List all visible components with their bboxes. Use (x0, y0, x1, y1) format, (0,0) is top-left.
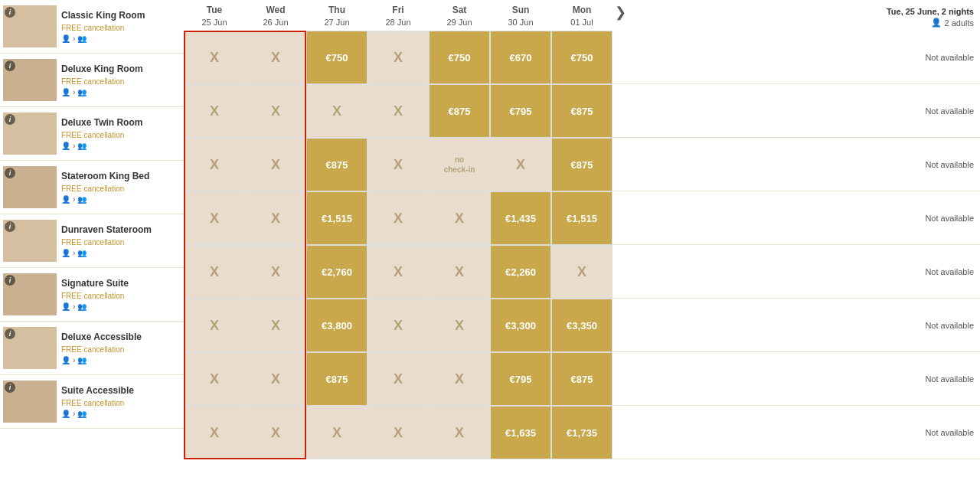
cell-dunraven-tue25[interactable]: X (184, 245, 245, 299)
person-icon: 👤 (61, 249, 70, 257)
cell-signature-suite-sat29[interactable]: X (429, 299, 490, 352)
cell-value: X (394, 50, 403, 66)
cell-classic-king-sat29[interactable]: €750 (429, 31, 490, 84)
room-info-icon-classic-king[interactable]: i (5, 7, 15, 18)
cell-classic-king-tue25[interactable]: X (184, 31, 245, 84)
cell-deluxe-accessible-wed26[interactable]: X (245, 352, 306, 406)
cell-suite-accessible-mon01[interactable]: €1,735 (551, 406, 612, 459)
room-row-deluxe-twin[interactable]: iDeluxe Twin RoomFREE cancellation👤›👥 (0, 107, 184, 161)
cell-deluxe-twin-wed26[interactable]: X (245, 138, 306, 191)
cell-value: X (210, 157, 219, 173)
cell-value: X (394, 264, 403, 280)
cell-stateroom-king-sat29[interactable]: X (429, 191, 490, 245)
cell-stateroom-king-sun30[interactable]: €1,435 (490, 191, 551, 245)
room-row-dunraven[interactable]: iDunraven StateroomFREE cancellation👤›👥 (0, 214, 184, 268)
cell-value: X (516, 157, 525, 173)
room-thumb-suite-accessible: i (3, 381, 57, 423)
cell-suite-accessible-tue25[interactable]: X (184, 406, 245, 459)
cell-value: €670 (510, 52, 532, 64)
cell-value: X (271, 318, 280, 334)
cell-classic-king-sun30[interactable]: €670 (490, 31, 551, 84)
cell-deluxe-accessible-sat29[interactable]: X (429, 352, 490, 406)
cell-value: X (455, 264, 464, 280)
cell-dunraven-fri28[interactable]: X (368, 245, 429, 299)
room-details-stateroom-king: Stateroom King BedFREE cancellation👤›👥 (61, 171, 181, 204)
cell-deluxe-twin-mon01[interactable]: €875 (551, 138, 612, 191)
cell-value: X (455, 425, 464, 441)
room-info-icon-stateroom-king[interactable]: i (5, 168, 15, 178)
cell-dunraven-mon01[interactable]: X (551, 245, 612, 299)
cell-value: €750 (326, 52, 348, 64)
arrow-icon: › (73, 410, 75, 418)
cell-signature-suite-thu27[interactable]: €3,800 (306, 299, 368, 352)
not-available-dunraven: Not available (925, 267, 974, 276)
cell-deluxe-king-sat29[interactable]: €875 (429, 84, 490, 138)
room-info-icon-deluxe-accessible[interactable]: i (5, 328, 15, 339)
room-row-deluxe-accessible[interactable]: iDeluxe AccessibleFREE cancellation👤›👥 (0, 322, 184, 375)
cell-deluxe-king-mon01[interactable]: €875 (551, 84, 612, 138)
room-row-stateroom-king[interactable]: iStateroom King BedFREE cancellation👤›👥 (0, 161, 184, 214)
cell-classic-king-wed26[interactable]: X (245, 31, 306, 84)
cell-dunraven-sat29[interactable]: X (429, 245, 490, 299)
not-available-signature-suite: Not available (925, 321, 974, 330)
room-info-icon-deluxe-king[interactable]: i (5, 60, 15, 71)
group-icon: 👥 (77, 302, 87, 311)
cell-deluxe-accessible-mon01[interactable]: €875 (551, 352, 612, 406)
person-icon: 👤 (61, 142, 70, 150)
room-info-icon-deluxe-twin[interactable]: i (5, 114, 15, 125)
room-info-icon-signature-suite[interactable]: i (5, 275, 15, 286)
cell-dunraven-thu27[interactable]: €2,760 (306, 245, 368, 299)
room-row-classic-king[interactable]: iClassic King RoomFREE cancellation👤›👥 (0, 0, 184, 54)
cell-deluxe-king-wed26[interactable]: X (245, 84, 306, 138)
cell-deluxe-twin-tue25[interactable]: X (184, 138, 245, 191)
cell-signature-suite-tue25[interactable]: X (184, 299, 245, 352)
room-info-icon-suite-accessible[interactable]: i (5, 382, 15, 393)
room-details-deluxe-twin: Deluxe Twin RoomFREE cancellation👤›👥 (61, 117, 181, 150)
cell-classic-king-mon01[interactable]: €750 (551, 31, 612, 84)
cell-deluxe-twin-sun30[interactable]: X (490, 138, 551, 191)
cell-deluxe-accessible-sun30[interactable]: €795 (490, 352, 551, 406)
cell-suite-accessible-sun30[interactable]: €1,635 (490, 406, 551, 459)
cell-signature-suite-wed26[interactable]: X (245, 299, 306, 352)
room-row-signature-suite[interactable]: iSignature SuiteFREE cancellation👤›👥 (0, 268, 184, 322)
room-row-suite-accessible[interactable]: iSuite AccessibleFREE cancellation👤›👥 (0, 375, 184, 429)
cell-deluxe-twin-sat29[interactable]: nocheck-in (429, 138, 490, 191)
cell-value: X (210, 371, 219, 387)
cell-stateroom-king-mon01[interactable]: €1,515 (551, 191, 612, 245)
cell-dunraven-sun30[interactable]: €2,260 (490, 245, 551, 299)
cell-deluxe-twin-thu27[interactable]: €875 (306, 138, 368, 191)
cell-value: €3,300 (505, 320, 536, 332)
cell-stateroom-king-fri28[interactable]: X (368, 191, 429, 245)
cell-signature-suite-mon01[interactable]: €3,350 (551, 299, 612, 352)
cell-suite-accessible-fri28[interactable]: X (368, 406, 429, 459)
room-row-deluxe-king[interactable]: iDeluxe King RoomFREE cancellation👤›👥 (0, 54, 184, 107)
cell-dunraven-wed26[interactable]: X (245, 245, 306, 299)
cell-classic-king-fri28[interactable]: X (368, 31, 429, 84)
cell-deluxe-king-thu27[interactable]: X (306, 84, 368, 138)
day-name-fri28: Fri (392, 5, 403, 15)
next-week-arrow[interactable]: ❯ (612, 0, 628, 28)
group-icon: 👥 (77, 88, 87, 96)
cell-deluxe-accessible-fri28[interactable]: X (368, 352, 429, 406)
cell-deluxe-king-tue25[interactable]: X (184, 84, 245, 138)
cell-stateroom-king-wed26[interactable]: X (245, 191, 306, 245)
cell-deluxe-twin-fri28[interactable]: X (368, 138, 429, 191)
cell-suite-accessible-wed26[interactable]: X (245, 406, 306, 459)
cell-signature-suite-sun30[interactable]: €3,300 (490, 299, 551, 352)
room-details-signature-suite: Signature SuiteFREE cancellation👤›👥 (61, 278, 181, 311)
cell-suite-accessible-sat29[interactable]: X (429, 406, 490, 459)
cell-deluxe-king-sun30[interactable]: €795 (490, 84, 551, 138)
cell-stateroom-king-thu27[interactable]: €1,515 (306, 191, 368, 245)
guests-text: 2 adults (944, 18, 974, 28)
cell-deluxe-king-fri28[interactable]: X (368, 84, 429, 138)
cell-value: X (577, 264, 586, 280)
grid-header: Tue25 JunWed26 JunThu27 JunFri28 JunSat2… (184, 0, 858, 31)
cell-deluxe-accessible-tue25[interactable]: X (184, 352, 245, 406)
cell-stateroom-king-tue25[interactable]: X (184, 191, 245, 245)
room-info-icon-dunraven[interactable]: i (5, 221, 15, 232)
cell-suite-accessible-thu27[interactable]: X (306, 406, 368, 459)
cell-signature-suite-fri28[interactable]: X (368, 299, 429, 352)
cell-classic-king-thu27[interactable]: €750 (306, 31, 368, 84)
right-header: Tue, 25 June, 2 nights👤2 adults (858, 0, 980, 31)
cell-deluxe-accessible-thu27[interactable]: €875 (306, 352, 368, 406)
